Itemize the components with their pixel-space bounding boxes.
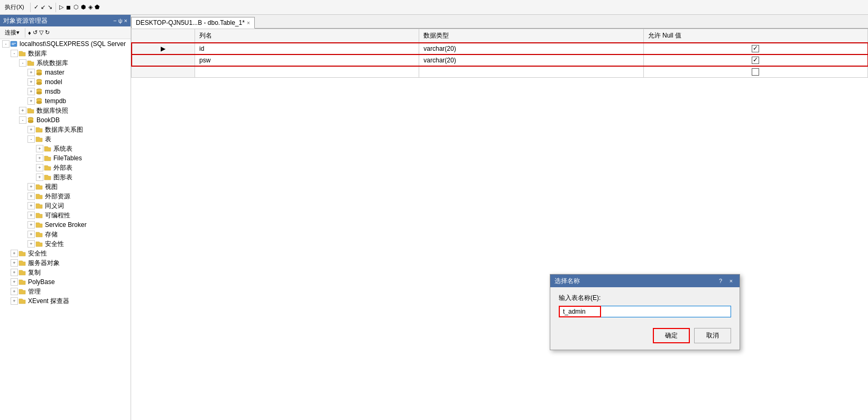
sidebar-pin[interactable]: − ψ × bbox=[113, 17, 127, 24]
col-type-cell[interactable] bbox=[419, 66, 643, 78]
sidebar-icon-refresh[interactable]: ↺ bbox=[33, 29, 38, 36]
tree-toggle-views[interactable]: + bbox=[27, 183, 35, 190]
col-type-cell[interactable]: varchar(20) bbox=[419, 54, 643, 66]
col-type-cell[interactable]: varchar(20) bbox=[419, 43, 643, 54]
tab-table-editor[interactable]: DESKTOP-QJN5U1...B - dbo.Table_1* × bbox=[131, 17, 255, 29]
tree-item-tables[interactable]: -表 bbox=[0, 134, 131, 144]
dialog-close-btn[interactable]: × bbox=[727, 277, 735, 285]
tree-toggle-polybase[interactable]: + bbox=[11, 278, 18, 286]
tree-toggle-server[interactable]: - bbox=[2, 40, 10, 48]
table-row[interactable]: ▶idvarchar(20) bbox=[132, 43, 868, 54]
tree-item-system-dbs[interactable]: -系统数据库 bbox=[0, 58, 131, 68]
tree-toggle-tables[interactable]: - bbox=[27, 135, 35, 143]
tree-icon-tables bbox=[35, 135, 43, 143]
dialog-cancel-btn[interactable]: 取消 bbox=[694, 328, 731, 343]
col-name-cell[interactable]: psw bbox=[195, 54, 419, 66]
tree-toggle-graph-tables[interactable]: + bbox=[36, 174, 43, 181]
tree-item-ext-tables[interactable]: +外部表 bbox=[0, 163, 131, 172]
tree-item-filetables[interactable]: +FileTables bbox=[0, 153, 131, 163]
tree-item-db-diagrams[interactable]: +数据库关系图 bbox=[0, 125, 131, 134]
tree-item-programmability[interactable]: +可编程性 bbox=[0, 211, 131, 220]
tree-toggle-model[interactable]: + bbox=[27, 78, 35, 86]
tree-label-graph-tables: 图形表 bbox=[53, 173, 72, 182]
tree-toggle-service-broker[interactable]: + bbox=[27, 221, 35, 229]
tree-toggle-server-objects[interactable]: + bbox=[11, 259, 18, 267]
dialog-help-btn[interactable]: ? bbox=[716, 277, 725, 285]
tree-label-views: 视图 bbox=[45, 182, 58, 191]
tree-toggle-tempdb[interactable]: + bbox=[27, 97, 35, 105]
tree-toggle-security-db[interactable]: + bbox=[27, 240, 35, 248]
col-nullable-cell[interactable] bbox=[643, 66, 867, 78]
tree-item-synonyms[interactable]: +同义词 bbox=[0, 201, 131, 211]
tree-item-server[interactable]: -localhost\SQLEXPRESS (SQL Server bbox=[0, 39, 131, 49]
tree-toggle-ext-resources[interactable]: + bbox=[27, 193, 35, 200]
tree-item-replication[interactable]: +复制 bbox=[0, 268, 131, 277]
tree-toggle-databases[interactable]: - bbox=[11, 50, 18, 57]
sidebar-icon-triangle[interactable]: ▽ bbox=[39, 29, 43, 36]
tree-item-xevent[interactable]: +XEvent 探查器 bbox=[0, 296, 131, 306]
tree-label-system-dbs: 系统数据库 bbox=[36, 59, 68, 68]
tree-item-sys-tables[interactable]: +系统表 bbox=[0, 144, 131, 153]
table-row[interactable] bbox=[132, 66, 868, 78]
tree-item-msdb[interactable]: +msdb bbox=[0, 87, 131, 96]
tree-toggle-master[interactable]: + bbox=[27, 69, 35, 76]
tree-item-graph-tables[interactable]: +图形表 bbox=[0, 172, 131, 182]
tree-label-sys-tables: 系统表 bbox=[53, 144, 72, 153]
tree-item-security-db[interactable]: +安全性 bbox=[0, 239, 131, 249]
tree-item-polybase[interactable]: +PolyBase bbox=[0, 277, 131, 287]
table-header-row: 列名 数据类型 允许 Null 值 bbox=[132, 29, 868, 43]
tree-toggle-synonyms[interactable]: + bbox=[27, 202, 35, 209]
tree-toggle-management[interactable]: + bbox=[11, 288, 18, 295]
col-name-cell[interactable] bbox=[195, 66, 419, 78]
tree-toggle-sys-tables[interactable]: + bbox=[36, 145, 43, 152]
nullable-checkbox[interactable] bbox=[752, 57, 759, 64]
tree-toggle-db-snapshots[interactable]: + bbox=[19, 107, 26, 114]
col-nullable-cell[interactable] bbox=[643, 43, 867, 54]
tree-toggle-filetables[interactable]: + bbox=[36, 154, 43, 162]
svg-point-20 bbox=[28, 121, 33, 123]
tree-toggle-programmability[interactable]: + bbox=[27, 212, 35, 219]
tree-item-storage[interactable]: +存储 bbox=[0, 230, 131, 239]
col-nullable-cell[interactable] bbox=[643, 54, 867, 66]
svg-marker-35 bbox=[19, 261, 25, 266]
tree-toggle-msdb[interactable]: + bbox=[27, 88, 35, 95]
tree-item-db-snapshots[interactable]: +数据库快照 bbox=[0, 106, 131, 115]
col-name-cell[interactable]: id bbox=[195, 43, 419, 54]
toolbar-icon-hex5: ◈ bbox=[88, 4, 93, 11]
tree-toggle-security[interactable]: + bbox=[11, 250, 18, 257]
tree-toggle-BookDB[interactable]: - bbox=[19, 116, 26, 124]
nullable-checkbox[interactable] bbox=[752, 45, 759, 52]
tree-item-views[interactable]: +视图 bbox=[0, 182, 131, 191]
tab-close-btn[interactable]: × bbox=[247, 20, 250, 26]
tree-toggle-replication[interactable]: + bbox=[11, 269, 18, 276]
tree-toggle-storage[interactable]: + bbox=[27, 231, 35, 238]
tree-icon-tempdb bbox=[35, 97, 43, 105]
tree-toggle-ext-tables[interactable]: + bbox=[36, 164, 43, 171]
svg-marker-30 bbox=[36, 213, 42, 218]
sidebar-connect-btn[interactable]: 连接▾ bbox=[2, 28, 22, 38]
tree-item-management[interactable]: +管理 bbox=[0, 287, 131, 296]
tree-icon-msdb bbox=[35, 87, 43, 96]
tree-item-master[interactable]: +master bbox=[0, 68, 131, 77]
tree-icon-databases bbox=[18, 49, 26, 58]
toolbar-execute[interactable]: 执行(X) bbox=[2, 2, 27, 12]
tree-item-tempdb[interactable]: +tempdb bbox=[0, 96, 131, 106]
sidebar-icon-sync[interactable]: ↻ bbox=[45, 29, 50, 36]
tree-item-model[interactable]: +model bbox=[0, 77, 131, 87]
dialog-confirm-btn[interactable]: 确定 bbox=[653, 328, 690, 343]
dialog-table-name-input[interactable] bbox=[601, 306, 731, 317]
tree-item-server-objects[interactable]: +服务器对象 bbox=[0, 258, 131, 268]
tree-item-security[interactable]: +安全性 bbox=[0, 249, 131, 258]
row-arrow-cell bbox=[132, 66, 195, 78]
sidebar-icon-filter[interactable]: ♦ bbox=[28, 30, 31, 36]
tree-item-databases[interactable]: -数据库 bbox=[0, 49, 131, 58]
tree-label-master: master bbox=[45, 69, 64, 76]
tree-item-BookDB[interactable]: -BookDB bbox=[0, 115, 131, 125]
tree-toggle-system-dbs[interactable]: - bbox=[19, 59, 26, 67]
tree-item-ext-resources[interactable]: +外部资源 bbox=[0, 191, 131, 201]
table-row[interactable]: pswvarchar(20) bbox=[132, 54, 868, 66]
tree-item-service-broker[interactable]: +Service Broker bbox=[0, 220, 131, 230]
nullable-checkbox[interactable] bbox=[752, 68, 759, 76]
tree-toggle-db-diagrams[interactable]: + bbox=[27, 126, 35, 133]
tree-toggle-xevent[interactable]: + bbox=[11, 297, 18, 305]
